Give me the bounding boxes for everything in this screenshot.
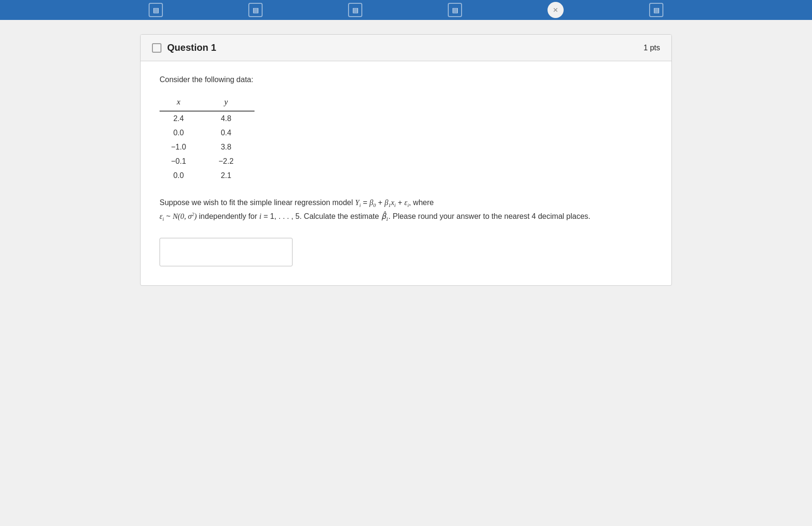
math-plus1: + [378,198,385,207]
cell-y2: 0.4 [207,126,255,140]
table-row: 0.0 0.4 [160,126,255,140]
description-text: Suppose we wish to fit the simple linear… [160,196,652,224]
math-normal-dist: N(0, σ2) [173,212,197,220]
math-i-range: i [259,212,261,220]
col-header-y: y [207,94,255,111]
answer-input[interactable] [160,238,293,266]
cell-x1: 2.4 [160,111,207,126]
description-round: Please round your answer to the nearest … [393,212,590,220]
table-row: −1.0 3.8 [160,140,255,154]
table-row: 0.0 2.1 [160,169,255,183]
question-number: Question 1 [167,42,216,53]
nav-icon-3[interactable]: ▤ [348,3,362,17]
question-title: Question 1 [152,42,216,53]
math-sim: ~ [166,212,173,220]
question-points: 1 pts [643,44,660,52]
cell-x5: 0.0 [160,169,207,183]
description-independently: independently for [199,212,259,220]
cell-x3: −1.0 [160,140,207,154]
math-Yi: Yi [355,198,361,207]
cell-y1: 4.8 [207,111,255,126]
cell-x4: −0.1 [160,154,207,169]
math-epsilon: εi [405,198,409,207]
nav-icon-5[interactable]: ▤ [649,3,663,17]
nav-icon-4[interactable]: ▤ [448,3,462,17]
cell-y3: 3.8 [207,140,255,154]
table-row: 2.4 4.8 [160,111,255,126]
math-beta1-hat: β̂1 [381,212,389,220]
math-equals: = [363,198,369,207]
intro-text: Consider the following data: [160,75,652,84]
math-epsilon-dist: εi [160,212,164,220]
nav-icon-2[interactable]: ▤ [248,3,263,17]
math-beta0: β0 [369,198,376,207]
question-checkbox[interactable] [152,43,161,53]
math-beta1xi: β1xi [385,198,396,207]
cell-x2: 0.0 [160,126,207,140]
col-header-x: x [160,94,207,111]
data-table: x y 2.4 4.8 0.0 0.4 −1.0 3.8 [160,94,255,183]
nav-icon-1[interactable]: ▤ [149,3,163,17]
cell-y5: 2.1 [207,169,255,183]
close-icon[interactable]: ✕ [548,2,564,18]
question-header: Question 1 1 pts [141,35,671,61]
math-plus2: + [398,198,405,207]
question-card: Question 1 1 pts Consider the following … [140,34,672,286]
top-bar: ▤ ▤ ▤ ▤ ✕ ▤ [0,0,812,20]
cell-y4: −2.2 [207,154,255,169]
page-content: Question 1 1 pts Consider the following … [121,34,691,286]
math-equals2: = 1, . . . , 5. [264,212,304,220]
question-body: Consider the following data: x y 2.4 4.8… [141,61,671,285]
table-row: −0.1 −2.2 [160,154,255,169]
